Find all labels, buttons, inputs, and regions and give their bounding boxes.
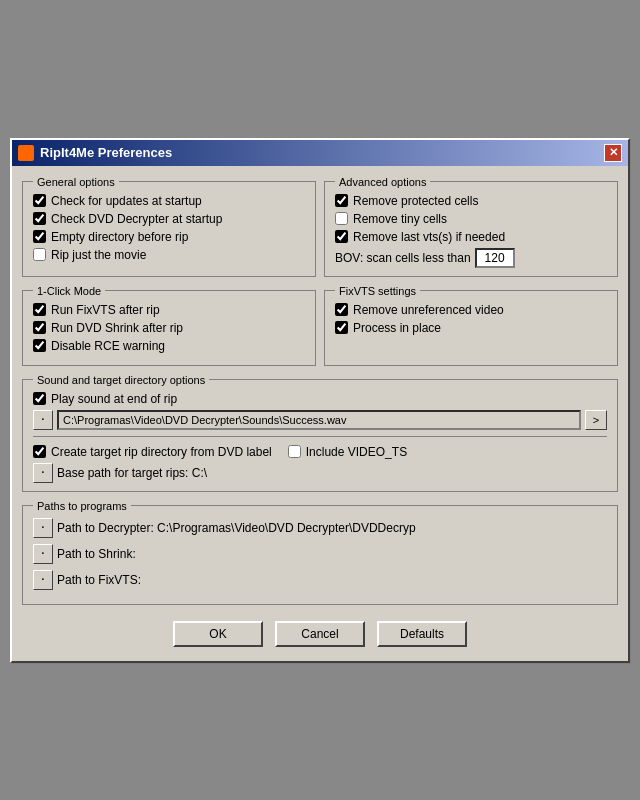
close-button[interactable]: ✕ — [604, 144, 622, 162]
advanced-label-0[interactable]: Remove protected cells — [353, 194, 478, 208]
middle-row: 1-Click Mode Run FixVTS after rip Run DV… — [22, 285, 618, 366]
general-options-group: General options Check for updates at sta… — [22, 176, 316, 277]
oneclick-label-0[interactable]: Run FixVTS after rip — [51, 303, 160, 317]
content-area: General options Check for updates at sta… — [12, 166, 628, 661]
advanced-checkbox-0[interactable] — [335, 194, 348, 207]
oneclick-option-2: Disable RCE warning — [33, 339, 305, 353]
base-path-browse-button[interactable]: · — [33, 463, 53, 483]
general-checkbox-2[interactable] — [33, 230, 46, 243]
sound-path-display: C:\Programas\Video\DVD Decrypter\Sounds\… — [57, 410, 581, 430]
general-checkbox-0[interactable] — [33, 194, 46, 207]
general-label-3[interactable]: Rip just the movie — [51, 248, 146, 262]
program-path-1: · Path to Shrink: — [33, 544, 607, 564]
create-target-label[interactable]: Create target rip directory from DVD lab… — [51, 445, 272, 459]
divider — [33, 436, 607, 437]
window-title: RipIt4Me Preferences — [40, 145, 172, 160]
general-option-3: Rip just the movie — [33, 248, 305, 262]
general-option-0: Check for updates at startup — [33, 194, 305, 208]
app-icon — [18, 145, 34, 161]
decrypter-path-label: Path to Decrypter: C:\Programas\Video\DV… — [57, 521, 607, 535]
include-video-ts-label[interactable]: Include VIDEO_TS — [306, 445, 407, 459]
oneclick-label-1[interactable]: Run DVD Shrink after rip — [51, 321, 183, 335]
oneclick-option-1: Run DVD Shrink after rip — [33, 321, 305, 335]
fixvts-path-label: Path to FixVTS: — [57, 573, 141, 587]
oneclick-checkbox-2[interactable] — [33, 339, 46, 352]
bov-input[interactable] — [475, 248, 515, 268]
create-target-row: Create target rip directory from DVD lab… — [33, 445, 272, 459]
general-label-2[interactable]: Empty directory before rip — [51, 230, 188, 244]
shrink-browse-button[interactable]: · — [33, 544, 53, 564]
play-sound-row: Play sound at end of rip — [33, 392, 607, 406]
defaults-button[interactable]: Defaults — [377, 621, 467, 647]
oneclick-label-2[interactable]: Disable RCE warning — [51, 339, 165, 353]
oneclick-legend: 1-Click Mode — [33, 285, 105, 297]
play-sound-checkbox[interactable] — [33, 392, 46, 405]
base-path-row: · Base path for target rips: C:\ — [33, 463, 607, 483]
programs-group: Paths to programs · Path to Decrypter: C… — [22, 500, 618, 605]
general-label-0[interactable]: Check for updates at startup — [51, 194, 202, 208]
advanced-label-2[interactable]: Remove last vts(s) if needed — [353, 230, 505, 244]
advanced-legend: Advanced options — [335, 176, 430, 188]
advanced-checkbox-1[interactable] — [335, 212, 348, 225]
base-path-label: Base path for target rips: C:\ — [57, 466, 207, 480]
sound-browse-button[interactable]: · — [33, 410, 53, 430]
general-legend: General options — [33, 176, 119, 188]
fixvts-option-0: Remove unreferenced video — [335, 303, 607, 317]
top-row: General options Check for updates at sta… — [22, 176, 618, 277]
program-path-0: · Path to Decrypter: C:\Programas\Video\… — [33, 518, 607, 538]
advanced-options-group: Advanced options Remove protected cells … — [324, 176, 618, 277]
sound-legend: Sound and target directory options — [33, 374, 209, 386]
bov-row: BOV: scan cells less than — [335, 248, 607, 268]
oneclick-option-0: Run FixVTS after rip — [33, 303, 305, 317]
ok-button[interactable]: OK — [173, 621, 263, 647]
sound-path-row: · C:\Programas\Video\DVD Decrypter\Sound… — [33, 410, 607, 430]
fixvts-legend: FixVTS settings — [335, 285, 420, 297]
sound-group: Sound and target directory options Play … — [22, 374, 618, 492]
advanced-checkbox-2[interactable] — [335, 230, 348, 243]
preferences-window: RipIt4Me Preferences ✕ General options C… — [10, 138, 630, 663]
bov-label: BOV: scan cells less than — [335, 251, 471, 265]
include-video-ts-row: Include VIDEO_TS — [288, 445, 407, 459]
target-row: Create target rip directory from DVD lab… — [33, 445, 607, 459]
fixvts-checkbox-0[interactable] — [335, 303, 348, 316]
general-checkbox-3[interactable] — [33, 248, 46, 261]
oneclick-checkbox-0[interactable] — [33, 303, 46, 316]
fixvts-label-1[interactable]: Process in place — [353, 321, 441, 335]
include-video-ts-checkbox[interactable] — [288, 445, 301, 458]
program-path-2: · Path to FixVTS: — [33, 570, 607, 590]
general-label-1[interactable]: Check DVD Decrypter at startup — [51, 212, 222, 226]
button-bar: OK Cancel Defaults — [22, 613, 618, 651]
cancel-button[interactable]: Cancel — [275, 621, 365, 647]
fixvts-checkbox-1[interactable] — [335, 321, 348, 334]
shrink-path-label: Path to Shrink: — [57, 547, 136, 561]
advanced-option-2: Remove last vts(s) if needed — [335, 230, 607, 244]
title-bar: RipIt4Me Preferences ✕ — [12, 140, 628, 166]
general-checkbox-1[interactable] — [33, 212, 46, 225]
oneclick-group: 1-Click Mode Run FixVTS after rip Run DV… — [22, 285, 316, 366]
create-target-checkbox[interactable] — [33, 445, 46, 458]
advanced-label-1[interactable]: Remove tiny cells — [353, 212, 447, 226]
general-option-2: Empty directory before rip — [33, 230, 305, 244]
decrypter-browse-button[interactable]: · — [33, 518, 53, 538]
advanced-option-0: Remove protected cells — [335, 194, 607, 208]
fixvts-browse-button[interactable]: · — [33, 570, 53, 590]
oneclick-checkbox-1[interactable] — [33, 321, 46, 334]
sound-nav-button[interactable]: > — [585, 410, 607, 430]
fixvts-group: FixVTS settings Remove unreferenced vide… — [324, 285, 618, 366]
title-bar-left: RipIt4Me Preferences — [18, 145, 172, 161]
fixvts-label-0[interactable]: Remove unreferenced video — [353, 303, 504, 317]
fixvts-option-1: Process in place — [335, 321, 607, 335]
programs-legend: Paths to programs — [33, 500, 131, 512]
advanced-option-1: Remove tiny cells — [335, 212, 607, 226]
play-sound-label[interactable]: Play sound at end of rip — [51, 392, 177, 406]
general-option-1: Check DVD Decrypter at startup — [33, 212, 305, 226]
